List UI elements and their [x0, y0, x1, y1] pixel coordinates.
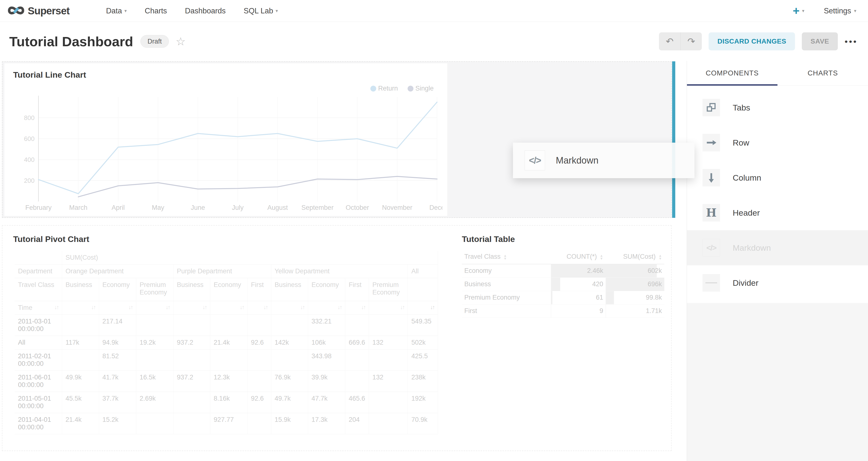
- legend-item-return[interactable]: Return: [370, 85, 398, 92]
- chevron-down-icon: ▾: [276, 8, 278, 13]
- pivot-value-cell: 41.7k: [99, 371, 136, 392]
- favorite-star-icon[interactable]: ☆: [176, 35, 186, 48]
- pivot-value-cell: [345, 349, 369, 371]
- sorter-icon[interactable]: ▲▼: [600, 254, 603, 260]
- pivot-sort-cell[interactable]: ↓↑: [271, 301, 308, 315]
- pivot-sort-cell[interactable]: ↓↑: [99, 301, 136, 315]
- pivot-value-cell: [247, 349, 271, 371]
- pivot-value-cell: [136, 315, 173, 336]
- pivot-value-cell: 19.2k: [136, 336, 173, 349]
- component-item-column[interactable]: Column: [687, 160, 868, 195]
- pivot-value-cell: 12.3k: [210, 371, 247, 392]
- pivot-sort-cell[interactable]: ↓↑: [345, 301, 369, 315]
- pivot-value-cell: 132: [369, 336, 408, 349]
- redo-button[interactable]: ↷: [680, 32, 702, 51]
- tab-charts[interactable]: CHARTS: [777, 61, 868, 86]
- sorter-icon[interactable]: ▲▼: [658, 254, 662, 260]
- header-icon: H: [703, 204, 720, 221]
- sort-icon[interactable]: ↓↑: [54, 304, 58, 311]
- x-tick-label: May: [152, 204, 164, 211]
- discard-changes-button[interactable]: DISCARD CHANGES: [709, 32, 795, 51]
- sort-icon[interactable]: ↓↑: [338, 304, 342, 311]
- markdown-drag-preview[interactable]: </> Markdown: [513, 143, 694, 178]
- sort-icon[interactable]: ↓↑: [300, 304, 304, 311]
- pivot-sort-cell[interactable]: Time↓↑: [14, 301, 62, 315]
- pivot-value-cell: 937.2: [173, 371, 210, 392]
- table-cell-sum: 99.8k: [606, 291, 664, 304]
- undo-button[interactable]: ↶: [659, 32, 680, 51]
- dashboard-title[interactable]: Tutorial Dashboard: [9, 34, 133, 50]
- pivot-value-cell: 142k: [271, 336, 308, 349]
- sort-icon[interactable]: ↓↑: [128, 304, 133, 311]
- pivot-sort-cell[interactable]: ↓↑: [247, 301, 271, 315]
- pivot-sort-cell[interactable]: ↓↑: [210, 301, 247, 315]
- nav-item-data[interactable]: Data▾: [106, 7, 127, 16]
- sort-icon[interactable]: ↓↑: [400, 304, 404, 311]
- pivot-value-cell: 16.5k: [136, 371, 173, 392]
- nav-item-dashboards[interactable]: Dashboards: [185, 7, 225, 16]
- pivot-sort-cell[interactable]: ↓↑: [408, 301, 438, 315]
- pivot-value-cell: 15.9k: [271, 413, 308, 434]
- legend-item-single[interactable]: Single: [408, 85, 434, 92]
- table-column-header[interactable]: COUNT(*)▲▼: [551, 251, 606, 264]
- table-column-header[interactable]: SUM(Cost)▲▼: [606, 251, 664, 264]
- component-item-header[interactable]: H Header: [687, 195, 868, 230]
- x-tick-label: March: [69, 204, 87, 211]
- undo-redo-group: ↶ ↷: [659, 32, 702, 51]
- pivot-sort-cell[interactable]: ↓↑: [62, 301, 99, 315]
- x-tick-label: October: [345, 204, 369, 211]
- more-options-button[interactable]: •••: [845, 37, 858, 46]
- panel-empty-area: [687, 303, 868, 461]
- y-tick-label: 200: [24, 177, 35, 184]
- pivot-value-cell: 106k: [308, 336, 345, 349]
- new-item-button[interactable]: + ▾: [793, 5, 805, 17]
- sort-icon[interactable]: ↓↑: [361, 304, 365, 311]
- drop-indicator-line: [672, 61, 675, 218]
- save-button[interactable]: SAVE: [802, 32, 838, 51]
- pivot-sort-cell[interactable]: ↓↑: [136, 301, 173, 315]
- sort-icon[interactable]: ↓↑: [430, 304, 434, 311]
- chevron-down-icon: ▾: [854, 8, 856, 13]
- pivot-value-cell: 15.2k: [99, 413, 136, 434]
- sort-icon[interactable]: ↓↑: [91, 304, 95, 311]
- legend-dot: [408, 86, 413, 92]
- pivot-sort-cell[interactable]: ↓↑: [308, 301, 345, 315]
- redo-icon: ↷: [687, 36, 695, 47]
- component-item-divider[interactable]: Divider: [687, 265, 868, 300]
- line-chart-card: Tutorial Line Chart Return Single 200400…: [4, 63, 447, 216]
- table-cell-count: 61: [551, 291, 606, 304]
- sort-icon[interactable]: ↓↑: [240, 304, 244, 311]
- pivot-value-cell: 204: [345, 413, 369, 434]
- table-column-header[interactable]: Travel Class▲▼: [462, 251, 551, 264]
- sorter-icon[interactable]: ▲▼: [503, 254, 507, 260]
- nav-item-charts[interactable]: Charts: [145, 7, 167, 16]
- tab-components[interactable]: COMPONENTS: [687, 61, 777, 86]
- settings-menu[interactable]: Settings▾: [824, 7, 856, 16]
- x-tick-label: August: [268, 204, 288, 211]
- pivot-row-time: 2011-05-01 00:00:00: [14, 392, 62, 413]
- superset-logo[interactable]: Superset: [8, 5, 70, 17]
- pivot-dept-group: Yellow Department: [271, 265, 408, 278]
- sort-icon[interactable]: ↓↑: [203, 304, 207, 311]
- y-tick-label: 400: [24, 156, 35, 163]
- sort-icon[interactable]: ↓↑: [264, 304, 268, 311]
- pivot-sort-cell[interactable]: ↓↑: [369, 301, 408, 315]
- pivot-value-cell: 8.16k: [210, 392, 247, 413]
- pivot-value-cell: 49.9k: [62, 371, 99, 392]
- table-row: Economy2.46k602k: [462, 264, 664, 277]
- component-item-row[interactable]: Row: [687, 125, 868, 160]
- pivot-metric-header: SUM(Cost): [62, 251, 438, 265]
- pivot-value-cell: [369, 413, 408, 434]
- table-row: First91.71k: [462, 304, 664, 318]
- pivot-sort-cell[interactable]: ↓↑: [173, 301, 210, 315]
- pivot-class-col: [408, 278, 438, 301]
- table-row: Business420696k: [462, 277, 664, 291]
- component-item-tabs[interactable]: Tabs: [687, 90, 868, 125]
- sort-icon[interactable]: ↓↑: [166, 304, 170, 311]
- table-row: Premium Economy6199.8k: [462, 291, 664, 304]
- nav-item-sql-lab[interactable]: SQL Lab▾: [244, 7, 278, 16]
- pivot-value-cell: [173, 413, 210, 434]
- y-tick-label: 800: [24, 114, 35, 121]
- pivot-cell: [14, 251, 62, 265]
- plus-icon: +: [793, 5, 800, 17]
